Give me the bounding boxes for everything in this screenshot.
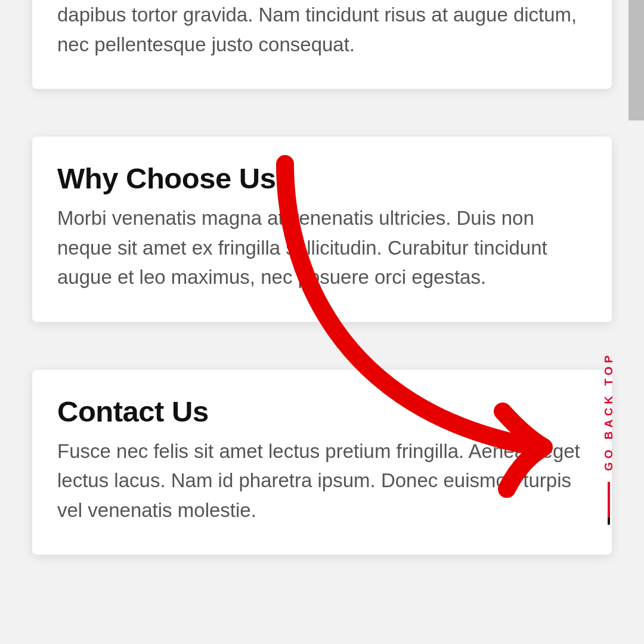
card-title: Contact Us [57, 395, 587, 428]
card-partial-top: dapibus tortor gravida. Nam tincidunt ri… [32, 0, 612, 89]
card-body-text: dapibus tortor gravida. Nam tincidunt ri… [57, 0, 587, 59]
scrollbar-track[interactable] [628, 0, 644, 537]
content-column: dapibus tortor gravida. Nam tincidunt ri… [0, 0, 644, 555]
page-viewport: dapibus tortor gravida. Nam tincidunt ri… [0, 0, 644, 537]
go-back-top-button[interactable]: GO BACK TOP [600, 352, 618, 525]
card-body-text: Fusce nec felis sit amet lectus pretium … [57, 436, 587, 525]
go-back-top-label: GO BACK TOP [602, 352, 615, 471]
scrollbar-thumb[interactable] [628, 0, 644, 120]
card-body-text: Morbi venenatis magna at venenatis ultri… [57, 203, 587, 292]
card-why-choose-us: Why Choose Us? Morbi venenatis magna at … [32, 137, 612, 322]
card-contact-us: Contact Us Fusce nec felis sit amet lect… [32, 370, 612, 555]
card-title: Why Choose Us? [57, 162, 587, 195]
go-back-top-line-dark [608, 518, 610, 525]
go-back-top-line-accent [608, 482, 610, 518]
